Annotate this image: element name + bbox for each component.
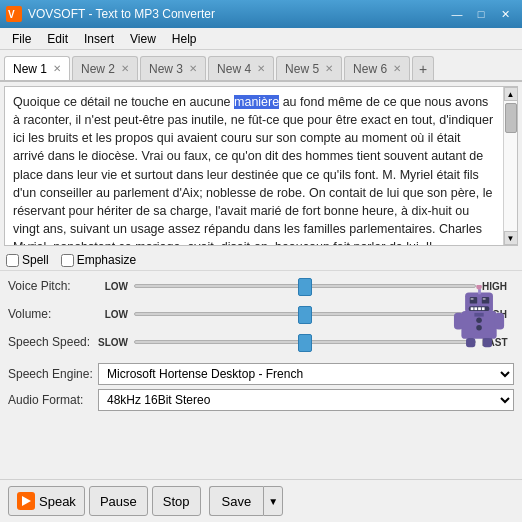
app-title: VOVSOFT - Text to MP3 Converter bbox=[28, 7, 446, 21]
tab-add-button[interactable]: + bbox=[412, 56, 434, 80]
tab-new2[interactable]: New 2 ✕ bbox=[72, 56, 138, 80]
tab-close-6[interactable]: ✕ bbox=[393, 63, 401, 74]
svg-rect-16 bbox=[453, 312, 462, 329]
speech-engine-row: Speech Engine: Microsoft Hortense Deskto… bbox=[0, 363, 522, 385]
menu-insert[interactable]: Insert bbox=[76, 30, 122, 48]
text-content-area[interactable]: Quoique ce détail ne touche en aucune ma… bbox=[4, 86, 518, 246]
audio-format-label: Audio Format: bbox=[8, 393, 98, 407]
svg-rect-7 bbox=[482, 298, 485, 300]
tab-close-1[interactable]: ✕ bbox=[53, 63, 61, 74]
emphasize-checkbox[interactable] bbox=[61, 254, 74, 267]
tab-close-4[interactable]: ✕ bbox=[257, 63, 265, 74]
scrollbar[interactable]: ▲ ▼ bbox=[503, 87, 517, 245]
svg-point-21 bbox=[476, 285, 482, 290]
emphasize-option[interactable]: Emphasize bbox=[61, 253, 136, 267]
voice-pitch-track[interactable] bbox=[134, 284, 476, 288]
svg-text:V: V bbox=[8, 9, 15, 20]
voice-pitch-thumb[interactable] bbox=[298, 278, 312, 296]
audio-format-row: Audio Format: 48kHz 16Bit Stereo44kHz 16… bbox=[0, 389, 522, 411]
svg-rect-17 bbox=[494, 312, 503, 329]
speak-icon bbox=[17, 492, 35, 510]
menu-bar: File Edit Insert View Help bbox=[0, 28, 522, 50]
tab-new5[interactable]: New 5 ✕ bbox=[276, 56, 342, 80]
tab-new6[interactable]: New 6 ✕ bbox=[344, 56, 410, 80]
svg-point-14 bbox=[476, 317, 482, 323]
stop-button[interactable]: Stop bbox=[152, 486, 201, 516]
spell-option[interactable]: Spell bbox=[6, 253, 49, 267]
maximize-button[interactable]: □ bbox=[470, 5, 492, 23]
tab-new4[interactable]: New 4 ✕ bbox=[208, 56, 274, 80]
voice-pitch-low: LOW bbox=[98, 281, 128, 292]
title-bar: V VOVSOFT - Text to MP3 Converter — □ ✕ bbox=[0, 0, 522, 28]
footer-bar: Speak Pause Stop Save ▼ bbox=[0, 479, 522, 522]
scroll-down-button[interactable]: ▼ bbox=[504, 231, 518, 245]
scroll-track[interactable] bbox=[504, 101, 518, 231]
svg-rect-6 bbox=[470, 298, 473, 300]
svg-rect-13 bbox=[474, 312, 483, 316]
audio-format-select[interactable]: 48kHz 16Bit Stereo44kHz 16Bit Stereo22kH… bbox=[98, 389, 514, 411]
speech-speed-low: SLOW bbox=[98, 337, 128, 348]
spell-label: Spell bbox=[22, 253, 49, 267]
voice-pitch-label: Voice Pitch: bbox=[8, 279, 98, 293]
spell-checkbox[interactable] bbox=[6, 254, 19, 267]
menu-help[interactable]: Help bbox=[164, 30, 205, 48]
save-button[interactable]: Save bbox=[209, 486, 264, 516]
speech-engine-label: Speech Engine: bbox=[8, 367, 98, 381]
scroll-thumb[interactable] bbox=[505, 103, 517, 133]
volume-thumb[interactable] bbox=[298, 306, 312, 324]
pause-button[interactable]: Pause bbox=[89, 486, 148, 516]
voice-pitch-row: Voice Pitch: LOW HIGH bbox=[8, 275, 514, 297]
robot-icon bbox=[452, 285, 507, 350]
scroll-up-button[interactable]: ▲ bbox=[504, 87, 518, 101]
svg-rect-9 bbox=[470, 307, 473, 310]
tab-new1[interactable]: New 1 ✕ bbox=[4, 56, 70, 80]
window-controls: — □ ✕ bbox=[446, 5, 516, 23]
options-bar: Spell Emphasize bbox=[0, 250, 522, 271]
svg-rect-19 bbox=[482, 337, 491, 346]
robot-container bbox=[444, 271, 514, 363]
highlighted-word: manière bbox=[234, 95, 279, 109]
volume-low: LOW bbox=[98, 309, 128, 320]
save-button-group: Save ▼ bbox=[209, 486, 284, 516]
tabs-bar: New 1 ✕ New 2 ✕ New 3 ✕ New 4 ✕ New 5 ✕ … bbox=[0, 50, 522, 82]
speech-engine-select[interactable]: Microsoft Hortense Desktop - FrenchMicro… bbox=[98, 363, 514, 385]
tab-close-2[interactable]: ✕ bbox=[121, 63, 129, 74]
svg-point-15 bbox=[476, 324, 482, 330]
svg-rect-10 bbox=[474, 307, 477, 310]
close-button[interactable]: ✕ bbox=[494, 5, 516, 23]
svg-rect-18 bbox=[466, 337, 475, 346]
menu-view[interactable]: View bbox=[122, 30, 164, 48]
minimize-button[interactable]: — bbox=[446, 5, 468, 23]
menu-edit[interactable]: Edit bbox=[39, 30, 76, 48]
volume-track[interactable] bbox=[134, 312, 476, 316]
menu-file[interactable]: File bbox=[4, 30, 39, 48]
speech-speed-thumb[interactable] bbox=[298, 334, 312, 352]
tab-close-5[interactable]: ✕ bbox=[325, 63, 333, 74]
app-icon: V bbox=[6, 6, 22, 22]
svg-rect-11 bbox=[478, 307, 481, 310]
controls-section: Voice Pitch: LOW HIGH Volume: LOW HIGH S bbox=[0, 271, 522, 363]
svg-rect-12 bbox=[481, 307, 484, 310]
tab-close-3[interactable]: ✕ bbox=[189, 63, 197, 74]
speech-speed-track[interactable] bbox=[134, 340, 476, 344]
speech-speed-label: Speech Speed: bbox=[8, 335, 98, 349]
volume-row: Volume: LOW HIGH bbox=[8, 303, 514, 325]
text-display[interactable]: Quoique ce détail ne touche en aucune ma… bbox=[5, 87, 503, 245]
tab-new3[interactable]: New 3 ✕ bbox=[140, 56, 206, 80]
speak-button[interactable]: Speak bbox=[8, 486, 85, 516]
speech-speed-row: Speech Speed: SLOW FAST bbox=[8, 331, 514, 353]
emphasize-label: Emphasize bbox=[77, 253, 136, 267]
volume-label: Volume: bbox=[8, 307, 98, 321]
save-dropdown-button[interactable]: ▼ bbox=[263, 486, 283, 516]
